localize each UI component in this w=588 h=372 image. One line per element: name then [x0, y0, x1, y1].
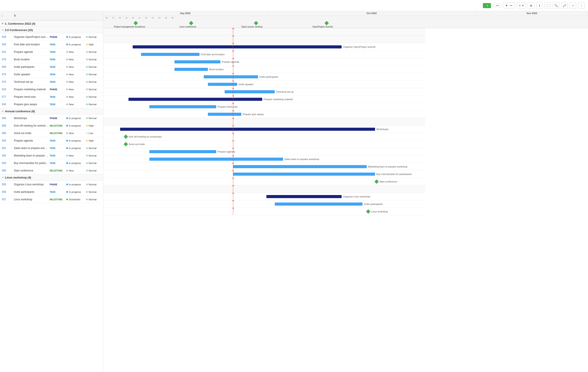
gantt-bar — [275, 203, 363, 206]
cell-id[interactable]: 545 — [2, 103, 14, 106]
cell-type: PHASE — [49, 88, 66, 91]
table-row: 577 Prepare hand-outs TASK New Normal — [0, 93, 103, 101]
cell-priority: Normal — [86, 162, 101, 164]
timeline-milestones-row: Project management excellenceLinux confe… — [103, 21, 425, 28]
cell-id[interactable]: 589 — [2, 124, 14, 127]
cell-id[interactable]: 591 — [2, 147, 14, 150]
cell-priority: Normal — [86, 117, 101, 120]
zoom-out-button[interactable]: 🔎 — [561, 2, 568, 9]
priority-dot — [86, 140, 88, 142]
priority-dot — [86, 125, 88, 127]
status-label: In progress — [69, 124, 81, 127]
cell-id[interactable]: 541 — [2, 50, 14, 54]
gantt-inner: Sep 2022 Oct 2022 Nov 2022 3637383940414… — [103, 11, 588, 215]
cell-status: In progress — [66, 36, 86, 38]
gantt-task-row: Marketing team to prepare workshop — [103, 163, 425, 170]
table-row: 541 Prepare agenda TASK New Normal — [0, 48, 103, 56]
cell-type: TASK — [49, 103, 66, 106]
gantt-group-row — [103, 36, 425, 43]
sort-subject-icon: ⇅ — [14, 14, 16, 17]
cell-priority: Normal — [86, 191, 101, 193]
group-row[interactable]: −Linux workshop (4) — [0, 174, 103, 181]
gantt-panel[interactable]: Sep 2022 Oct 2022 Nov 2022 3637383940414… — [103, 11, 588, 372]
month-oct: Oct 2022 — [267, 11, 476, 16]
col-subject-header: ⇅ — [14, 14, 49, 17]
zoom-in-button[interactable]: 🔍 — [553, 2, 559, 9]
cell-id[interactable]: 555 — [2, 183, 14, 186]
cell-id[interactable]: 592 — [2, 154, 14, 157]
gantt-bar-label: Find date and location — [201, 53, 225, 56]
table-row: 594 Prepare agenda TASK In progress High — [0, 137, 103, 144]
status-label: In progress — [69, 139, 81, 142]
fit-button[interactable]: ⤢ — [569, 2, 576, 9]
gantt-bar-label: Organize OpenProject summit — [343, 45, 375, 48]
timeline-milestone: Open source meeting — [245, 22, 267, 28]
cell-id[interactable]: 593 — [2, 162, 14, 165]
cell-subject: Send out invite — [14, 132, 49, 135]
cell-id[interactable]: 586 — [2, 132, 14, 135]
cell-id[interactable]: 556 — [2, 190, 14, 194]
gantt-group-row — [103, 28, 425, 36]
filter-button[interactable]: ▼ — [503, 3, 515, 8]
week-num-39: 39 — [123, 16, 130, 21]
cell-type: TASK — [49, 58, 66, 61]
cell-id[interactable]: 540 — [2, 43, 14, 46]
cell-type: PHASE — [49, 116, 66, 120]
cell-id[interactable]: 539 — [2, 35, 14, 39]
month-nov: Nov 2022 — [476, 11, 588, 16]
info-button[interactable]: ℹ — [536, 2, 543, 9]
priority-label: Low — [89, 132, 93, 134]
gantt-bar — [233, 173, 375, 176]
priority-label: Normal — [89, 103, 96, 106]
status-dot — [66, 155, 68, 156]
group-row[interactable]: −2.0 Conferences (10) — [0, 27, 103, 33]
cell-subject: Prepare give aways — [14, 103, 49, 106]
status-dot — [66, 66, 68, 68]
status-dot — [66, 191, 68, 193]
cell-id[interactable]: 590 — [2, 169, 14, 172]
include-projects-button[interactable] — [493, 4, 501, 7]
cell-id[interactable]: 575 — [2, 73, 14, 76]
week-num-40: 40 — [130, 16, 136, 21]
cell-subject: Sales team to prepare workshop — [14, 147, 49, 150]
include-projects-badge — [496, 5, 499, 6]
group-row[interactable]: +1. Conference 2022 (4) — [0, 21, 103, 27]
gantt-view-button[interactable]: ≡ ▾ — [516, 3, 526, 8]
today-line — [233, 155, 233, 163]
cell-priority: Normal — [86, 36, 101, 38]
cell-id[interactable]: 557 — [2, 198, 14, 201]
gantt-bar — [149, 105, 216, 108]
display-options-button[interactable]: ⊞ — [528, 2, 534, 9]
sort-id-icon: ↕ — [2, 14, 3, 17]
fullscreen-button[interactable]: ⛶ — [545, 2, 551, 9]
status-label: New — [69, 66, 74, 68]
create-button[interactable]: ▾ — [483, 3, 491, 8]
cell-id[interactable]: 594 — [2, 139, 14, 142]
cell-id[interactable]: 577 — [2, 95, 14, 98]
cell-status: In progress — [66, 124, 86, 127]
priority-dot — [86, 44, 88, 45]
priority-label: Normal — [89, 162, 96, 164]
cell-subject: Prepare marketing material — [14, 88, 49, 91]
priority-dot — [86, 103, 88, 105]
gantt-months: Sep 2022 Oct 2022 Nov 2022 — [103, 11, 588, 16]
more-button[interactable]: ⋮ — [578, 2, 585, 9]
cell-id[interactable]: 543 — [2, 88, 14, 91]
cell-status: New — [66, 88, 86, 91]
cell-subject: Marketing team to prepare workshop — [14, 154, 49, 157]
group-label: 2.0 Conferences (10) — [5, 28, 33, 32]
gantt-bar-label: Invite participants — [364, 203, 383, 205]
priority-label: High — [89, 124, 94, 127]
cell-id[interactable]: 595 — [2, 117, 14, 120]
cell-id[interactable]: 578 — [2, 58, 14, 61]
table-panel: ↕ ⇅ +1. Conference 2022 (4)−2.0 Conferen… — [0, 11, 103, 372]
filter-badge — [510, 5, 512, 6]
cell-subject: Start conference — [14, 169, 49, 172]
gantt-task-row: Invite speaker — [103, 81, 425, 88]
type-badge: MILESTONE — [49, 198, 63, 201]
group-row[interactable]: −Annual conference (8) — [0, 108, 103, 114]
priority-label: Normal — [89, 147, 96, 150]
cell-subject: Linux workshop — [14, 198, 49, 201]
cell-id[interactable]: 559 — [2, 65, 14, 68]
cell-id[interactable]: 576 — [2, 80, 14, 83]
